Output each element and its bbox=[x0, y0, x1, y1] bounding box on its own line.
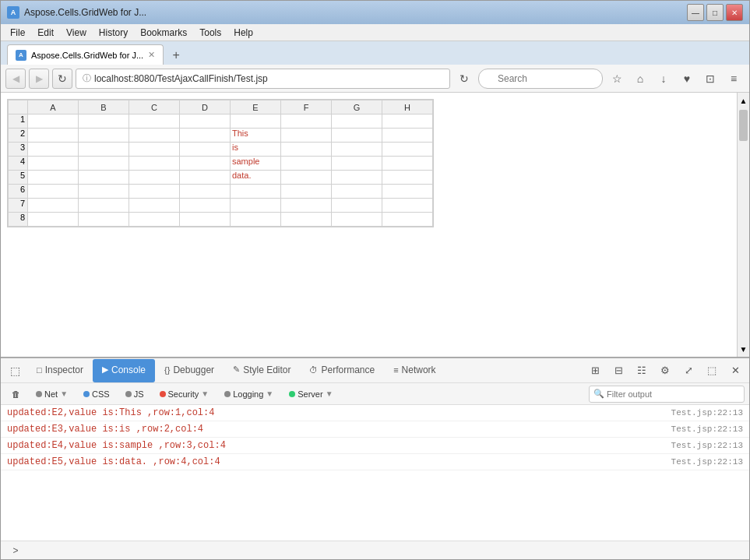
split-v-btn[interactable]: ⊟ bbox=[607, 361, 629, 381]
cell-e8[interactable] bbox=[231, 213, 281, 227]
cell-b7[interactable] bbox=[79, 199, 129, 213]
cell-c6[interactable] bbox=[129, 185, 180, 199]
cell-b2[interactable] bbox=[79, 129, 129, 143]
reload-btn2[interactable]: ↻ bbox=[453, 68, 475, 90]
maximize-button[interactable]: □ bbox=[706, 4, 724, 21]
cell-f1[interactable] bbox=[281, 114, 332, 129]
table-row[interactable]: 2This bbox=[9, 129, 433, 143]
cell-d4[interactable] bbox=[180, 157, 231, 171]
table-row[interactable]: 4sample bbox=[9, 157, 433, 171]
cell-b8[interactable] bbox=[79, 213, 129, 227]
tab-performance[interactable]: ⏱ Performance bbox=[300, 359, 384, 382]
star-button[interactable]: ☆ bbox=[606, 68, 628, 90]
cell-d3[interactable] bbox=[180, 143, 231, 157]
cell-e3[interactable]: is bbox=[231, 143, 281, 157]
cell-c1[interactable] bbox=[129, 114, 180, 129]
tab-inspector[interactable]: □ Inspector bbox=[27, 359, 93, 382]
menu-file[interactable]: File bbox=[4, 26, 31, 40]
split-h-btn[interactable]: ⊞ bbox=[584, 361, 606, 381]
cell-d6[interactable] bbox=[180, 185, 231, 199]
table-row[interactable]: 3is bbox=[9, 143, 433, 157]
responsive-btn[interactable]: ☷ bbox=[631, 361, 653, 381]
back-button[interactable]: ◀ bbox=[5, 69, 26, 89]
cell-g6[interactable] bbox=[332, 185, 382, 199]
cell-f4[interactable] bbox=[281, 157, 332, 171]
cell-b4[interactable] bbox=[79, 157, 129, 171]
cell-c2[interactable] bbox=[129, 129, 180, 143]
table-row[interactable]: 5data. bbox=[9, 171, 433, 185]
cell-c7[interactable] bbox=[129, 199, 180, 213]
scrollbar-down[interactable]: ▼ bbox=[738, 341, 749, 357]
cell-g1[interactable] bbox=[332, 114, 382, 129]
undock-btn[interactable]: ⬚ bbox=[701, 361, 723, 381]
cell-d2[interactable] bbox=[180, 129, 231, 143]
pocket-button[interactable]: ♥ bbox=[676, 68, 698, 90]
forward-button[interactable]: ▶ bbox=[29, 69, 49, 89]
devtools-close-x[interactable]: ✕ bbox=[724, 361, 746, 381]
cell-h1[interactable] bbox=[382, 114, 433, 129]
minimize-button[interactable]: — bbox=[687, 4, 704, 21]
home-button[interactable]: ⌂ bbox=[629, 68, 651, 90]
cell-d8[interactable] bbox=[180, 213, 231, 227]
cell-h5[interactable] bbox=[382, 171, 433, 185]
cell-e6[interactable] bbox=[231, 185, 281, 199]
cell-b6[interactable] bbox=[79, 185, 129, 199]
cell-a7[interactable] bbox=[28, 199, 79, 213]
cell-c3[interactable] bbox=[129, 143, 180, 157]
cell-g7[interactable] bbox=[332, 199, 382, 213]
devtools-close-btn[interactable]: ⬚ bbox=[4, 361, 26, 381]
cell-g8[interactable] bbox=[332, 213, 382, 227]
cell-d1[interactable] bbox=[180, 114, 231, 129]
filter-security-btn[interactable]: Security ▼ bbox=[153, 388, 216, 400]
search-input[interactable] bbox=[478, 69, 603, 89]
tab-close-icon[interactable]: ✕ bbox=[148, 50, 155, 60]
close-button[interactable]: ✕ bbox=[726, 4, 743, 21]
new-tab-button[interactable]: + bbox=[167, 46, 185, 65]
cell-h6[interactable] bbox=[382, 185, 433, 199]
cell-a3[interactable] bbox=[28, 143, 79, 157]
cell-a1[interactable] bbox=[28, 114, 79, 129]
scrollbar-up[interactable]: ▲ bbox=[738, 93, 749, 108]
cell-h2[interactable] bbox=[382, 129, 433, 143]
cell-g5[interactable] bbox=[332, 171, 382, 185]
table-row[interactable]: 1 bbox=[9, 114, 433, 129]
filter-net-btn[interactable]: Net ▼ bbox=[30, 388, 74, 400]
settings-btn[interactable]: ⚙ bbox=[654, 361, 676, 381]
console-bottom-icon[interactable]: > bbox=[7, 542, 24, 559]
cell-a2[interactable] bbox=[28, 129, 79, 143]
filter-output-input[interactable] bbox=[589, 386, 745, 403]
reload-button[interactable]: ↻ bbox=[52, 69, 72, 89]
cell-c8[interactable] bbox=[129, 213, 180, 227]
scrollbar-thumb[interactable] bbox=[739, 110, 748, 141]
filter-server-btn[interactable]: Server ▼ bbox=[283, 388, 339, 400]
cell-a8[interactable] bbox=[28, 213, 79, 227]
tab-style-editor[interactable]: ✎ Style Editor bbox=[224, 359, 300, 382]
download-button[interactable]: ↓ bbox=[653, 68, 674, 90]
menu-bookmarks[interactable]: Bookmarks bbox=[134, 26, 193, 40]
cell-b1[interactable] bbox=[79, 114, 129, 129]
cell-g4[interactable] bbox=[332, 157, 382, 171]
cell-a5[interactable] bbox=[28, 171, 79, 185]
cell-d7[interactable] bbox=[180, 199, 231, 213]
vertical-scrollbar[interactable]: ▲ ▼ bbox=[737, 93, 749, 357]
menu-tools[interactable]: Tools bbox=[193, 26, 227, 40]
cell-h3[interactable] bbox=[382, 143, 433, 157]
cell-c4[interactable] bbox=[129, 157, 180, 171]
cell-f3[interactable] bbox=[281, 143, 332, 157]
dock-btn[interactable]: ⤢ bbox=[678, 361, 699, 381]
cell-e1[interactable] bbox=[231, 114, 281, 129]
cell-a4[interactable] bbox=[28, 157, 79, 171]
cell-c5[interactable] bbox=[129, 171, 180, 185]
cell-b3[interactable] bbox=[79, 143, 129, 157]
cell-a6[interactable] bbox=[28, 185, 79, 199]
cell-e7[interactable] bbox=[231, 199, 281, 213]
cell-h7[interactable] bbox=[382, 199, 433, 213]
filter-logging-btn[interactable]: Logging ▼ bbox=[218, 388, 280, 400]
tab-console[interactable]: ▶ Console bbox=[93, 359, 155, 382]
menu-help[interactable]: Help bbox=[227, 26, 259, 40]
clear-console-btn[interactable]: 🗑 bbox=[5, 388, 26, 400]
screenshot-button[interactable]: ⊡ bbox=[699, 68, 721, 90]
tab-network[interactable]: ≡ Network bbox=[384, 359, 445, 382]
cell-h8[interactable] bbox=[382, 213, 433, 227]
cell-f2[interactable] bbox=[281, 129, 332, 143]
